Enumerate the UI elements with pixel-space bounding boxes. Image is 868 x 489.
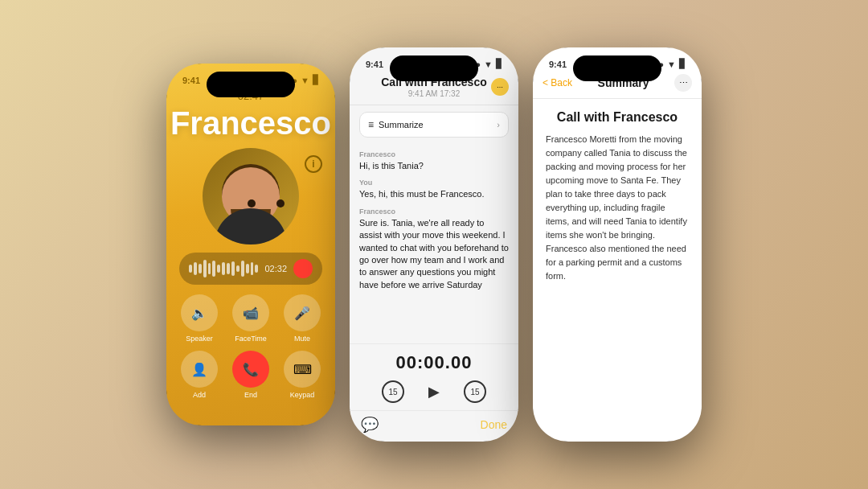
speaker-1: Francesco <box>359 150 509 158</box>
transcript-text-3: Sure is. Tania, we're all ready to assis… <box>359 217 509 291</box>
waveform-bar <box>199 264 202 273</box>
end-call-label: End <box>244 391 257 399</box>
playback-timer: 00:00.00 <box>350 352 518 373</box>
transcript-footer: 💬 Done <box>350 410 518 442</box>
facetime-button[interactable]: 📹 FaceTime <box>229 294 272 343</box>
dynamic-island-3 <box>573 55 661 81</box>
message-icon[interactable]: 💬 <box>361 416 379 434</box>
phone-transcript: 9:41 ●●● ▼ ▊ Call with Francesco 9:41 AM… <box>350 47 518 442</box>
transcript-body: Francesco Hi, is this Tania? You Yes, hi… <box>350 144 518 343</box>
waveform-bar <box>231 261 235 276</box>
add-label: Add <box>193 391 206 399</box>
mute-button[interactable]: 🎤 Mute <box>280 294 324 343</box>
waveform-bar <box>227 263 230 273</box>
memoji-eye-right <box>276 199 285 208</box>
summary-call-title: Call with Francesco <box>546 110 689 125</box>
skip-back-button[interactable]: 15 <box>382 380 404 403</box>
dynamic-island <box>207 72 295 97</box>
waveform-bar <box>246 264 249 273</box>
waveform-bar <box>241 261 244 277</box>
waveform-bar <box>212 261 215 276</box>
transcript-text-2: Yes, hi, this must be Francesco. <box>359 188 509 200</box>
waveform-bar <box>251 262 254 276</box>
summary-text: Francesco Moretti from the moving compan… <box>546 133 689 284</box>
battery-icon-2: ▊ <box>496 59 502 69</box>
play-button[interactable]: ▶ <box>420 378 448 405</box>
waveform-time: 02:32 <box>264 264 287 273</box>
skip-forward-icon: 15 <box>470 388 479 397</box>
transcript-text-1: Hi, is this Tania? <box>359 160 509 172</box>
waveform-bar <box>194 262 197 276</box>
time-2: 9:41 <box>366 60 383 69</box>
keypad-circle: ⌨ <box>284 351 321 388</box>
add-circle: 👤 <box>181 351 218 388</box>
summary-body: Call with Francesco Francesco Moretti fr… <box>533 99 702 295</box>
memoji-eye-left <box>248 199 256 208</box>
transcript-subtitle: 9:41 AM 17:32 <box>381 89 486 98</box>
battery-icon-1: ▊ <box>313 75 319 85</box>
waveform-bar <box>222 262 225 275</box>
time-1: 9:41 <box>182 76 200 85</box>
transcript-menu-button[interactable]: ⋯ <box>491 78 509 96</box>
summarize-icon: ≡ <box>368 119 374 130</box>
info-icon[interactable]: i <box>305 155 322 173</box>
waveform-bars <box>189 259 258 278</box>
end-call-circle: 📞 <box>232 351 269 388</box>
facetime-circle: 📹 <box>232 294 269 331</box>
waveform-bar <box>203 260 207 277</box>
summary-menu-button[interactable]: ⋯ <box>674 74 692 92</box>
keypad-label: Keypad <box>290 391 315 399</box>
mute-circle: 🎤 <box>284 294 321 331</box>
speaker-label: Speaker <box>186 335 213 343</box>
skip-forward-button[interactable]: 15 <box>464 380 486 403</box>
end-call-button[interactable]: 📞 End <box>229 351 272 399</box>
waveform-area: 02:32 <box>179 253 322 285</box>
time-3: 9:41 <box>549 60 567 69</box>
speaker-2: You <box>359 179 509 187</box>
play-icon: ▶ <box>428 383 440 401</box>
memoji-body <box>215 208 287 244</box>
waveform-bar <box>189 265 192 273</box>
waveform-bar <box>255 265 258 273</box>
speaker-button[interactable]: 🔈 Speaker <box>178 294 221 343</box>
waveform-bar <box>217 265 220 273</box>
summarize-label: Summarize <box>379 120 424 129</box>
memoji <box>207 156 295 244</box>
phone-summary: 9:41 ●●● ▼ ▊ < Back Summary ⋯ Call with … <box>533 47 702 442</box>
skip-back-icon: 15 <box>388 388 397 397</box>
record-button[interactable] <box>293 259 313 278</box>
summarize-button[interactable]: ≡ Summarize › <box>359 112 509 138</box>
summarize-chevron-icon: › <box>497 120 500 129</box>
caller-name: Francesco <box>166 105 335 142</box>
wifi-icon-3: ▼ <box>667 60 676 69</box>
summarize-left: ≡ Summarize <box>368 119 424 130</box>
facetime-label: FaceTime <box>235 335 267 343</box>
phone-active-call: 9:41 ●●● ▼ ▊ 02:47 Francesco i <box>166 64 335 425</box>
call-controls: 🔈 Speaker 📹 FaceTime 🎤 Mute 👤 Add 📞 End … <box>178 294 324 399</box>
avatar <box>203 148 299 244</box>
playback-controls: 15 ▶ 15 <box>350 378 518 405</box>
dynamic-island-2 <box>390 55 478 81</box>
waveform-bar <box>208 263 211 274</box>
keypad-button[interactable]: ⌨ Keypad <box>280 351 324 399</box>
mute-label: Mute <box>294 335 310 343</box>
done-button[interactable]: Done <box>481 418 507 431</box>
waveform-bar <box>236 265 240 272</box>
playback-section: 00:00.00 15 ▶ 15 <box>350 343 518 410</box>
speaker-3: Francesco <box>359 208 509 216</box>
wifi-icon-1: ▼ <box>301 76 309 85</box>
speaker-circle: 🔈 <box>181 294 218 331</box>
add-button[interactable]: 👤 Add <box>178 351 221 399</box>
wifi-icon-2: ▼ <box>484 60 493 69</box>
back-button[interactable]: < Back <box>542 77 572 88</box>
battery-icon-3: ▊ <box>679 59 686 69</box>
